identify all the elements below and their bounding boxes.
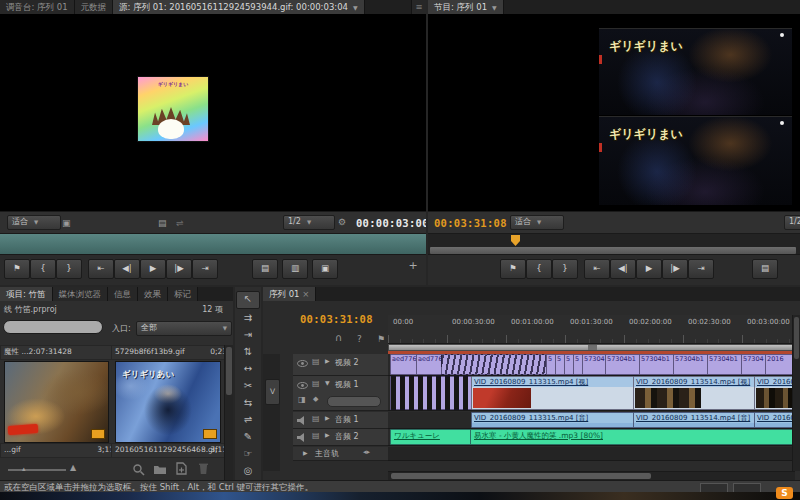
toggle-track-output-icon[interactable]	[297, 416, 307, 425]
source-track-indicator-v[interactable]: V	[265, 379, 280, 405]
play-button[interactable]: ▶	[140, 259, 166, 279]
tab-program[interactable]: 节目: 序列 01▼	[428, 0, 504, 14]
selection-tool[interactable]: ↖	[236, 291, 260, 309]
sync-lock-icon[interactable]: ▤	[312, 357, 320, 366]
program-scrub-area[interactable]	[428, 233, 800, 255]
zoom-slider-handle-icon[interactable]: ▴	[22, 464, 26, 474]
thumbnail-zoom-slider[interactable]	[8, 469, 66, 471]
timeline-clip[interactable]: 57304b1	[605, 354, 640, 375]
timeline-clip[interactable]	[441, 354, 547, 375]
play-button[interactable]: ▶	[636, 259, 662, 279]
timeline-ruler[interactable]: 00:0000:00:30:0000:01:00:0000:01:30:0000…	[388, 315, 795, 344]
overwrite-button[interactable]: ▥	[282, 259, 308, 279]
delete-trash-icon[interactable]	[198, 462, 209, 475]
export-frame-button[interactable]: ▣	[312, 259, 338, 279]
track-select-tool[interactable]: ⇉	[237, 310, 259, 326]
project-item-name[interactable]: 2016051611292456468.gif3;11	[111, 443, 231, 458]
track-name[interactable]: 视频 1	[335, 379, 359, 390]
project-scrollbar[interactable]	[224, 345, 233, 480]
find-icon[interactable]	[132, 463, 145, 476]
step-back-button[interactable]: ◀|	[610, 259, 636, 279]
track-name[interactable]: 主音轨	[315, 448, 339, 459]
mark-out-button[interactable]: }	[56, 259, 82, 279]
source-scrub-area[interactable]	[0, 233, 426, 255]
expand-track-icon[interactable]: ▼	[325, 379, 330, 386]
tab-media-browser[interactable]: 媒体浏览器	[53, 287, 109, 301]
timeline-clip[interactable]: VID_20160809_11	[754, 376, 795, 410]
track-lane-audio-2[interactable]: ワルキューレ易水寒 - 小黄人魔性的笑 .mp3 [80%]	[388, 429, 795, 446]
collapse-track-icon[interactable]: ▶	[303, 449, 308, 456]
ime-logo[interactable]: S	[776, 487, 793, 499]
ripple-edit-tool[interactable]: ⇥	[237, 327, 259, 343]
tab-sequence[interactable]: 序列 01 ×	[263, 287, 316, 301]
timeline-clip[interactable]	[390, 376, 472, 410]
track-options-pill[interactable]	[327, 396, 381, 407]
tab-markers[interactable]: 标记	[168, 287, 198, 301]
program-zoom-scrollbar[interactable]	[430, 247, 796, 254]
add-marker-icon[interactable]: ⚑	[377, 334, 385, 344]
source-zoom-select[interactable]: 1/2▼	[283, 215, 335, 230]
hand-tool[interactable]: ☞	[237, 446, 259, 462]
timeline-clip[interactable]: VID_20160809_113514.mp4 [视]	[633, 376, 755, 410]
collapse-track-icon[interactable]: ▶	[325, 357, 330, 364]
track-lane-audio-1[interactable]: VID_20160809_113315.mp4 [音]VID_20160809_…	[388, 412, 795, 429]
insert-button[interactable]: ▤	[252, 259, 278, 279]
tab-info[interactable]: 信息	[108, 287, 138, 301]
tab-audio-mixer[interactable]: 调音台: 序列 01	[0, 0, 75, 14]
timeline-clip[interactable]: VID_20160809_113315.mp4 [音]	[471, 412, 634, 428]
razor-tool[interactable]: ✂	[237, 378, 259, 394]
tab-project[interactable]: 项目: 竹笛	[0, 287, 53, 301]
source-fit-select[interactable]: 适合▼	[7, 215, 61, 230]
mark-out-button[interactable]: }	[552, 259, 578, 279]
show-keyframes-icon[interactable]: ◆	[313, 395, 318, 403]
track-lane-master[interactable]	[388, 447, 795, 461]
go-to-in-button[interactable]: ⇤	[584, 259, 610, 279]
button-editor-plus-icon[interactable]: +	[406, 259, 420, 273]
scrollbar-thumb[interactable]	[391, 473, 651, 479]
collapse-track-icon[interactable]: ▶	[325, 431, 330, 438]
new-item-icon[interactable]	[176, 462, 187, 475]
playhead-marker[interactable]	[511, 235, 520, 246]
close-icon[interactable]: ×	[302, 289, 309, 299]
tab-source[interactable]: 源: 序列 01: 20160516112924593944.gif: 00:0…	[113, 0, 365, 14]
track-lane-video-2[interactable]: aed776aed77655555730457304b157304b157304…	[388, 354, 795, 376]
new-bin-icon[interactable]	[153, 464, 167, 475]
settings-wrench-icon[interactable]: ⚙	[338, 217, 346, 227]
tab-effects[interactable]: 效果	[138, 287, 168, 301]
timeline-clip[interactable]: 2016	[765, 354, 795, 375]
timeline-clip[interactable]: aed776	[390, 354, 417, 375]
audio-waveform-icon[interactable]: ⇌	[176, 218, 184, 228]
sync-lock-icon[interactable]: ▤	[312, 414, 320, 423]
timeline-clip[interactable]: 易水寒 - 小黄人魔性的笑 .mp3 [80%]	[470, 429, 795, 445]
timeline-horizontal-scrollbar[interactable]	[388, 471, 795, 480]
zoom-tool[interactable]: ◎	[237, 463, 259, 479]
project-thumbnail-food-gif[interactable]	[4, 361, 109, 443]
snap-icon[interactable]: ∩	[335, 333, 342, 343]
step-back-button[interactable]: ◀|	[114, 259, 140, 279]
step-forward-button[interactable]: |▶	[662, 259, 688, 279]
timeline-clip[interactable]: 57304b1	[673, 354, 708, 375]
go-to-out-button[interactable]: ⇥	[192, 259, 218, 279]
timeline-clip[interactable]: VID_20160809_113315.mp4 [视]	[471, 376, 634, 410]
panel-menu-icon[interactable]: ≡	[411, 0, 426, 14]
step-forward-button[interactable]: |▶	[166, 259, 192, 279]
timeline-clip[interactable]: aed776	[416, 354, 442, 375]
project-item-name[interactable]: 魔性 ...2:07:31428	[0, 345, 118, 360]
work-area-bar[interactable]	[388, 344, 795, 351]
film-icon[interactable]: ▤	[158, 218, 167, 228]
go-to-in-button[interactable]: ⇤	[88, 259, 114, 279]
toggle-track-output-icon[interactable]	[297, 433, 307, 442]
toggle-track-output-icon[interactable]	[297, 382, 308, 389]
marker-menu-icon[interactable]: ?	[357, 334, 362, 344]
track-lane-video-1[interactable]: VID_20160809_113315.mp4 [视]VID_20160809_…	[388, 376, 795, 411]
set-display-style-icon[interactable]: ◨	[298, 395, 306, 404]
timeline-clip[interactable]: 57304	[582, 354, 606, 375]
toggle-track-output-icon[interactable]	[297, 360, 308, 367]
project-search-input[interactable]	[4, 328, 114, 340]
timeline-vertical-scrollbar[interactable]	[792, 315, 800, 471]
collapse-track-icon[interactable]: ▶	[325, 414, 330, 421]
timeline-clip[interactable]: VID_20160809_11	[754, 412, 795, 428]
sync-lock-icon[interactable]: ▤	[312, 379, 320, 388]
add-marker-button[interactable]: ⚑	[500, 259, 526, 279]
program-zoom-select[interactable]: 1/2	[784, 215, 800, 230]
